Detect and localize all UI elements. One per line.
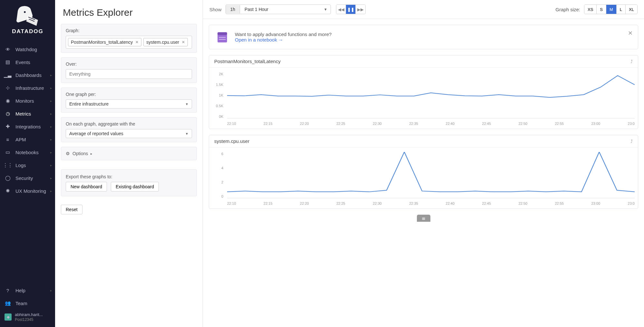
logo[interactable]: DATADOG bbox=[0, 0, 55, 43]
time-range-picker[interactable]: 1h Past 1 Hour ▼ bbox=[226, 5, 331, 14]
sidebar-item-notebooks[interactable]: ▭ Notebooks ▸ bbox=[0, 146, 55, 159]
metric-tag[interactable]: system.cpu.user ✕ bbox=[143, 38, 188, 46]
sidebar-item-team[interactable]: 👥 Team bbox=[0, 297, 55, 310]
sidebar-item-monitors[interactable]: ◉ Monitors ▸ bbox=[0, 94, 55, 107]
graph-title: system.cpu.user bbox=[214, 138, 249, 144]
aggregate-select[interactable]: Average of reported values ▼ bbox=[66, 129, 192, 138]
chevron-right-icon: ▸ bbox=[50, 125, 52, 128]
sidebar-item-label: Integrations bbox=[15, 124, 41, 129]
pause-button[interactable]: ❚❚ bbox=[346, 5, 356, 14]
sidebar-item-apm[interactable]: ≡ APM ▸ bbox=[0, 133, 55, 146]
sidebar-item-label: Logs bbox=[15, 163, 26, 168]
graph-section: Graph: PostmanMonitors_totalLatency ✕ sy… bbox=[61, 24, 197, 53]
layers-icon: ≡ bbox=[5, 136, 11, 143]
size-m-button[interactable]: M bbox=[606, 5, 617, 14]
user-block[interactable]: ◆ abhiram.harit... Post12345 bbox=[0, 310, 55, 324]
puzzle-icon: ✚ bbox=[5, 123, 11, 130]
sidebar-item-label: Security bbox=[15, 175, 33, 181]
size-xs-button[interactable]: XS bbox=[584, 5, 597, 14]
close-icon[interactable]: ✕ bbox=[628, 30, 633, 37]
sidebar-item-label: Metrics bbox=[15, 111, 31, 117]
sidebar-item-label: UX Monitoring bbox=[15, 188, 46, 194]
sidebar-item-label: Notebooks bbox=[15, 150, 39, 155]
caret-down-icon: ▼ bbox=[321, 7, 331, 11]
export-section: Export these graphs to: New dashboard Ex… bbox=[61, 169, 197, 196]
sidebar-item-metrics[interactable]: ◷ Metrics ▸ bbox=[0, 107, 55, 120]
svg-rect-5 bbox=[219, 39, 226, 40]
over-input[interactable]: Everything bbox=[66, 69, 192, 79]
notebook-notice: ✕ Want to apply advanced functions and m… bbox=[209, 25, 638, 49]
sidebar-item-dashboards[interactable]: ▁▃ Dashboards ▸ bbox=[0, 69, 55, 81]
remove-tag-icon[interactable]: ✕ bbox=[135, 40, 139, 44]
options-label: Options bbox=[72, 151, 88, 156]
aggregate-value: Average of reported values bbox=[69, 131, 123, 136]
nav: 👁 Watchdog ▤ Events ▁▃ Dashboards ▸ ⊹ In… bbox=[0, 43, 55, 284]
list-icon: ≣ bbox=[422, 216, 426, 221]
sidebar-item-label: Monitors bbox=[15, 98, 34, 104]
size-s-button[interactable]: S bbox=[597, 5, 606, 14]
metric-tag[interactable]: PostmanMonitors_totalLatency ✕ bbox=[68, 38, 141, 46]
export-icon[interactable]: ⤴ bbox=[630, 139, 633, 144]
graph-tag-input[interactable]: PostmanMonitors_totalLatency ✕ system.cp… bbox=[66, 36, 192, 49]
over-label: Over: bbox=[66, 61, 192, 67]
sidebar-item-events[interactable]: ▤ Events bbox=[0, 56, 55, 69]
chart-icon: ▁▃ bbox=[5, 72, 11, 78]
book-icon: ▭ bbox=[5, 149, 11, 155]
sidebar-item-logs[interactable]: ⋮⋮ Logs ▸ bbox=[0, 159, 55, 172]
graph-body[interactable]: 2K1.5K1K0.5K0K 22:1022:1522:2022:2522:30… bbox=[209, 68, 638, 129]
datadog-logo-icon: DATADOG bbox=[8, 4, 47, 36]
export-label: Export these graphs to: bbox=[66, 174, 192, 179]
x-axis-ticks: 22:1022:1522:2022:2522:3022:3522:4022:45… bbox=[227, 122, 635, 126]
caret-down-icon: ▼ bbox=[185, 132, 188, 135]
options-toggle[interactable]: ⚙ Options ▸ bbox=[61, 147, 197, 160]
bottom-drawer-handle[interactable]: ≣ bbox=[417, 215, 430, 222]
sidebar-item-security[interactable]: ◯ Security ▸ bbox=[0, 172, 55, 184]
one-graph-select[interactable]: Entire infrastructure ▼ bbox=[66, 99, 192, 108]
binoculars-icon: 👁 bbox=[5, 46, 11, 52]
content-scroll[interactable]: ✕ Want to apply advanced functions and m… bbox=[203, 19, 644, 327]
sidebar-item-integrations[interactable]: ✚ Integrations ▸ bbox=[0, 120, 55, 133]
chevron-right-icon: ▸ bbox=[50, 86, 52, 90]
export-icon[interactable]: ⤴ bbox=[630, 59, 633, 64]
chevron-right-icon: ▸ bbox=[50, 189, 52, 193]
metric-tag-label: PostmanMonitors_totalLatency bbox=[71, 40, 133, 45]
metric-tag-label: system.cpu.user bbox=[146, 40, 179, 45]
plot-area bbox=[227, 72, 635, 118]
team-icon: 👥 bbox=[5, 300, 11, 306]
gear-icon: ⚙ bbox=[66, 151, 70, 156]
existing-dashboard-button[interactable]: Existing dashboard bbox=[111, 182, 159, 192]
aggregate-label: On each graph, aggregate with the bbox=[66, 121, 192, 126]
size-l-button[interactable]: L bbox=[617, 5, 626, 14]
sidebar-item-label: Infrastructure bbox=[15, 85, 44, 91]
sidebar-item-ux-monitoring[interactable]: ✺ UX Monitoring ▸ bbox=[0, 184, 55, 197]
show-label: Show bbox=[209, 7, 222, 12]
step-forward-button[interactable]: ▶▶ bbox=[356, 5, 365, 14]
sidebar-item-help[interactable]: ? Help ▸ bbox=[0, 284, 55, 297]
sidebar-item-label: APM bbox=[15, 137, 26, 142]
avatar-icon: ◆ bbox=[5, 313, 12, 321]
chevron-right-icon: ▸ bbox=[50, 73, 52, 77]
new-dashboard-button[interactable]: New dashboard bbox=[66, 182, 107, 192]
sidebar-item-watchdog[interactable]: 👁 Watchdog bbox=[0, 43, 55, 56]
over-section: Over: Everything bbox=[61, 57, 197, 83]
gauge-icon: ◷ bbox=[5, 110, 11, 117]
play-controls: ◀◀ ❚❚ ▶▶ bbox=[336, 5, 366, 14]
sidebar-item-infrastructure[interactable]: ⊹ Infrastructure ▸ bbox=[0, 81, 55, 94]
reset-button[interactable]: Reset bbox=[61, 205, 82, 214]
remove-tag-icon[interactable]: ✕ bbox=[182, 40, 185, 44]
list-icon: ▤ bbox=[5, 59, 11, 65]
graph-size-buttons: XS S M L XL bbox=[584, 5, 638, 14]
size-xl-button[interactable]: XL bbox=[626, 5, 637, 14]
notebook-icon bbox=[216, 30, 229, 44]
graph-label: Graph: bbox=[66, 28, 192, 33]
chevron-right-icon: ▸ bbox=[50, 289, 52, 292]
sidebar-footer: ? Help ▸ 👥 Team ◆ abhiram.harit... Post1… bbox=[0, 284, 55, 327]
time-long: Past 1 Hour bbox=[240, 5, 321, 14]
sidebar: DATADOG 👁 Watchdog ▤ Events ▁▃ Dashboard… bbox=[0, 0, 55, 327]
graph-body[interactable]: 6420 22:1022:1522:2022:2522:3022:3522:40… bbox=[209, 147, 638, 209]
y-axis-ticks: 6420 bbox=[212, 152, 223, 198]
open-notebook-link[interactable]: Open in a notebook → bbox=[235, 37, 332, 42]
one-graph-section: One graph per: Entire infrastructure ▼ bbox=[61, 88, 197, 113]
step-back-button[interactable]: ◀◀ bbox=[336, 5, 346, 14]
aggregate-section: On each graph, aggregate with the Averag… bbox=[61, 117, 197, 142]
